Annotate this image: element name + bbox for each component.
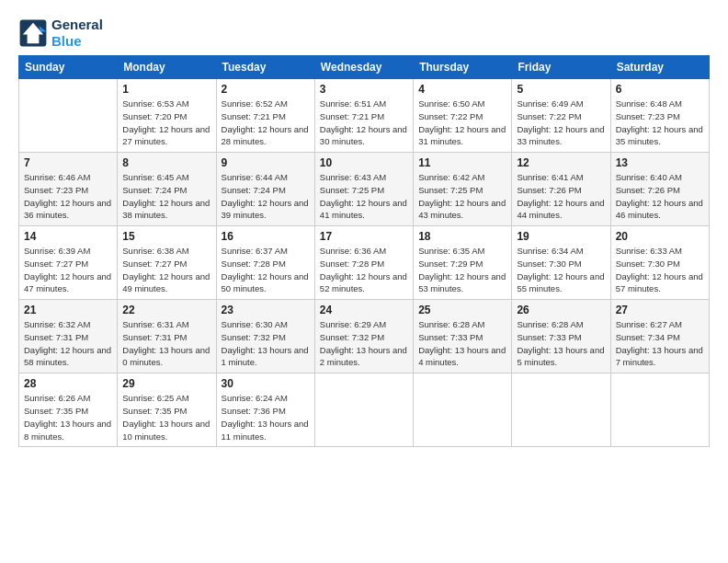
col-header-monday: Monday <box>118 56 216 79</box>
day-number: 23 <box>222 304 310 316</box>
calendar-cell: 15Sunrise: 6:38 AMSunset: 7:27 PMDayligh… <box>118 226 216 300</box>
calendar-cell: 2Sunrise: 6:52 AMSunset: 7:21 PMDaylight… <box>216 79 314 153</box>
day-info: Sunrise: 6:41 AMSunset: 7:26 PMDaylight:… <box>517 171 605 222</box>
calendar-week-row: 21Sunrise: 6:32 AMSunset: 7:31 PMDayligh… <box>19 300 710 373</box>
calendar-cell: 27Sunrise: 6:27 AMSunset: 7:34 PMDayligh… <box>610 300 709 373</box>
day-info: Sunrise: 6:24 AMSunset: 7:36 PMDaylight:… <box>222 392 310 442</box>
day-number: 12 <box>517 156 605 169</box>
day-number: 27 <box>616 304 704 316</box>
calendar-cell: 26Sunrise: 6:28 AMSunset: 7:33 PMDayligh… <box>512 300 610 373</box>
col-header-friday: Friday <box>512 56 610 79</box>
day-info: Sunrise: 6:25 AMSunset: 7:35 PMDaylight:… <box>122 392 210 442</box>
day-number: 7 <box>24 156 112 169</box>
calendar-cell: 8Sunrise: 6:45 AMSunset: 7:24 PMDaylight… <box>118 153 216 226</box>
day-number: 30 <box>222 377 310 390</box>
calendar-cell <box>19 79 118 153</box>
day-info: Sunrise: 6:40 AMSunset: 7:26 PMDaylight:… <box>616 171 704 222</box>
calendar-cell: 30Sunrise: 6:24 AMSunset: 7:36 PMDayligh… <box>216 373 314 447</box>
day-info: Sunrise: 6:45 AMSunset: 7:24 PMDaylight:… <box>122 171 210 222</box>
calendar-cell: 1Sunrise: 6:53 AMSunset: 7:20 PMDaylight… <box>118 79 216 153</box>
calendar-cell: 16Sunrise: 6:37 AMSunset: 7:28 PMDayligh… <box>216 226 314 300</box>
calendar-cell <box>414 373 512 447</box>
day-number: 17 <box>320 230 408 243</box>
day-number: 21 <box>24 304 112 316</box>
day-info: Sunrise: 6:32 AMSunset: 7:31 PMDaylight:… <box>24 318 112 369</box>
day-number: 20 <box>616 230 704 243</box>
day-number: 2 <box>222 83 310 96</box>
day-number: 3 <box>320 83 408 96</box>
calendar-cell: 19Sunrise: 6:34 AMSunset: 7:30 PMDayligh… <box>512 226 610 300</box>
col-header-thursday: Thursday <box>414 56 512 79</box>
day-info: Sunrise: 6:31 AMSunset: 7:31 PMDaylight:… <box>122 318 210 369</box>
day-number: 16 <box>222 230 310 243</box>
calendar-cell: 21Sunrise: 6:32 AMSunset: 7:31 PMDayligh… <box>19 300 118 373</box>
day-number: 24 <box>320 304 408 316</box>
day-info: Sunrise: 6:52 AMSunset: 7:21 PMDaylight:… <box>222 98 310 148</box>
day-info: Sunrise: 6:35 AMSunset: 7:29 PMDaylight:… <box>418 245 506 295</box>
day-info: Sunrise: 6:28 AMSunset: 7:33 PMDaylight:… <box>517 318 605 369</box>
logo-text: General Blue <box>51 17 103 50</box>
day-info: Sunrise: 6:29 AMSunset: 7:32 PMDaylight:… <box>320 318 408 369</box>
day-info: Sunrise: 6:30 AMSunset: 7:32 PMDaylight:… <box>222 318 310 369</box>
day-number: 18 <box>418 230 506 243</box>
day-info: Sunrise: 6:33 AMSunset: 7:30 PMDaylight:… <box>616 245 704 295</box>
day-number: 1 <box>122 83 210 96</box>
col-header-tuesday: Tuesday <box>216 56 314 79</box>
logo-icon <box>18 18 48 48</box>
calendar-cell: 24Sunrise: 6:29 AMSunset: 7:32 PMDayligh… <box>314 300 413 373</box>
calendar-cell: 23Sunrise: 6:30 AMSunset: 7:32 PMDayligh… <box>216 300 314 373</box>
day-info: Sunrise: 6:26 AMSunset: 7:35 PMDaylight:… <box>24 392 112 442</box>
day-number: 15 <box>122 230 210 243</box>
day-info: Sunrise: 6:49 AMSunset: 7:22 PMDaylight:… <box>517 98 605 148</box>
calendar-header-row: SundayMondayTuesdayWednesdayThursdayFrid… <box>19 56 710 79</box>
day-number: 14 <box>24 230 112 243</box>
day-number: 22 <box>122 304 210 316</box>
day-info: Sunrise: 6:38 AMSunset: 7:27 PMDaylight:… <box>122 245 210 295</box>
day-info: Sunrise: 6:27 AMSunset: 7:34 PMDaylight:… <box>616 318 704 369</box>
day-number: 6 <box>616 83 704 96</box>
day-number: 5 <box>517 83 605 96</box>
day-info: Sunrise: 6:42 AMSunset: 7:25 PMDaylight:… <box>418 171 506 222</box>
day-info: Sunrise: 6:53 AMSunset: 7:20 PMDaylight:… <box>122 98 210 148</box>
calendar-cell: 18Sunrise: 6:35 AMSunset: 7:29 PMDayligh… <box>414 226 512 300</box>
calendar-cell: 10Sunrise: 6:43 AMSunset: 7:25 PMDayligh… <box>314 153 413 226</box>
calendar-week-row: 14Sunrise: 6:39 AMSunset: 7:27 PMDayligh… <box>19 226 710 300</box>
calendar-table: SundayMondayTuesdayWednesdayThursdayFrid… <box>18 55 710 447</box>
col-header-sunday: Sunday <box>19 56 118 79</box>
day-number: 26 <box>517 304 605 316</box>
calendar-cell <box>512 373 610 447</box>
day-info: Sunrise: 6:48 AMSunset: 7:23 PMDaylight:… <box>616 98 704 148</box>
calendar-cell: 4Sunrise: 6:50 AMSunset: 7:22 PMDaylight… <box>414 79 512 153</box>
col-header-saturday: Saturday <box>610 56 709 79</box>
header: General Blue <box>18 17 710 50</box>
calendar-cell: 11Sunrise: 6:42 AMSunset: 7:25 PMDayligh… <box>414 153 512 226</box>
calendar-cell <box>610 373 709 447</box>
calendar-cell: 9Sunrise: 6:44 AMSunset: 7:24 PMDaylight… <box>216 153 314 226</box>
calendar-cell: 3Sunrise: 6:51 AMSunset: 7:21 PMDaylight… <box>314 79 413 153</box>
day-info: Sunrise: 6:43 AMSunset: 7:25 PMDaylight:… <box>320 171 408 222</box>
day-number: 25 <box>418 304 506 316</box>
day-number: 4 <box>418 83 506 96</box>
day-number: 29 <box>122 377 210 390</box>
day-info: Sunrise: 6:37 AMSunset: 7:28 PMDaylight:… <box>222 245 310 295</box>
calendar-cell: 7Sunrise: 6:46 AMSunset: 7:23 PMDaylight… <box>19 153 118 226</box>
day-info: Sunrise: 6:44 AMSunset: 7:24 PMDaylight:… <box>222 171 310 222</box>
day-number: 8 <box>122 156 210 169</box>
day-number: 28 <box>24 377 112 390</box>
calendar-cell: 20Sunrise: 6:33 AMSunset: 7:30 PMDayligh… <box>610 226 709 300</box>
calendar-cell: 17Sunrise: 6:36 AMSunset: 7:28 PMDayligh… <box>314 226 413 300</box>
logo-area: General Blue <box>18 17 103 50</box>
calendar-cell: 29Sunrise: 6:25 AMSunset: 7:35 PMDayligh… <box>118 373 216 447</box>
day-number: 10 <box>320 156 408 169</box>
calendar-week-row: 1Sunrise: 6:53 AMSunset: 7:20 PMDaylight… <box>19 79 710 153</box>
day-info: Sunrise: 6:46 AMSunset: 7:23 PMDaylight:… <box>24 171 112 222</box>
calendar-cell: 28Sunrise: 6:26 AMSunset: 7:35 PMDayligh… <box>19 373 118 447</box>
calendar-cell: 13Sunrise: 6:40 AMSunset: 7:26 PMDayligh… <box>610 153 709 226</box>
day-info: Sunrise: 6:51 AMSunset: 7:21 PMDaylight:… <box>320 98 408 148</box>
page: General Blue SundayMondayTuesdayWednesda… <box>0 0 728 563</box>
day-info: Sunrise: 6:36 AMSunset: 7:28 PMDaylight:… <box>320 245 408 295</box>
day-info: Sunrise: 6:28 AMSunset: 7:33 PMDaylight:… <box>418 318 506 369</box>
calendar-cell: 25Sunrise: 6:28 AMSunset: 7:33 PMDayligh… <box>414 300 512 373</box>
calendar-cell: 22Sunrise: 6:31 AMSunset: 7:31 PMDayligh… <box>118 300 216 373</box>
calendar-cell: 12Sunrise: 6:41 AMSunset: 7:26 PMDayligh… <box>512 153 610 226</box>
